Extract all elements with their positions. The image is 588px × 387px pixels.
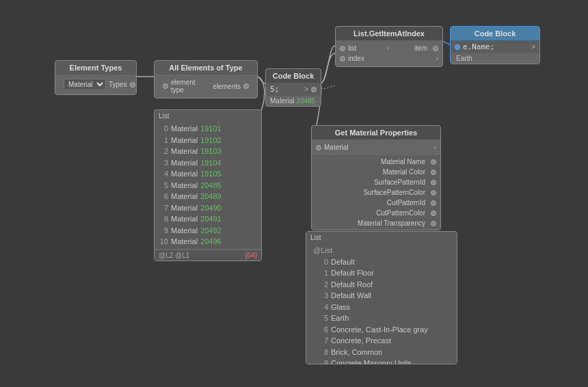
- elements-label: elements: [207, 83, 241, 90]
- list-item: 4 Material 19105: [159, 168, 257, 180]
- list-arrow: ›: [386, 44, 388, 52]
- element-types-node: Element Types Material Types: [55, 60, 137, 95]
- list-output-header: List: [155, 110, 261, 122]
- element-types-input-row: Material Types: [59, 77, 132, 92]
- types-out-port: [130, 82, 135, 88]
- code-top-in-port: [455, 44, 460, 50]
- index-in-port: [340, 56, 345, 62]
- list-port-label: list: [348, 44, 384, 52]
- code-block-small-title: Code Block: [273, 72, 315, 80]
- list-item: 1 Default Floor: [310, 267, 453, 279]
- all-elements-node: All Elements of Type element type elemen…: [154, 60, 258, 98]
- code-top-out: >: [531, 43, 535, 51]
- surface-pattern-id-row: SurfacePatternId: [312, 177, 440, 187]
- list-footer-left: @L2 @L1: [159, 252, 189, 259]
- list-footer: @L2 @L1 {64}: [155, 250, 261, 261]
- element-types-header: Element Types: [55, 61, 136, 75]
- material-value: 20485: [296, 97, 315, 105]
- item-out-label: item: [392, 44, 430, 52]
- list-items-container: 0 Material 19101 1 Material 19102 2 Mate…: [155, 122, 261, 249]
- code-small-text: 5;: [270, 85, 279, 94]
- mat-transparency-out: [431, 221, 436, 226]
- canvas: Element Types Material Types All Element…: [0, 0, 588, 387]
- mat-name-row: Material Name: [312, 157, 440, 167]
- cut-pattern-id-label: CutPatternId: [316, 199, 428, 206]
- mat-color-row: Material Color: [312, 167, 440, 177]
- code-block-small-header: Code Block: [266, 69, 321, 83]
- list-item: 2 Material 19103: [159, 146, 257, 157]
- element-type-label: element type: [171, 79, 204, 94]
- list-port-row: list › item: [336, 43, 442, 53]
- material-in-port: [316, 145, 321, 150]
- list-item: 7 Concrete, Precast: [310, 335, 453, 347]
- surface-pattern-id-label: SurfacePatternId: [316, 178, 428, 186]
- list2-items-container: @List 0 Default 1 Default Floor 2 Defaul…: [306, 243, 457, 364]
- list-item: 9 Material 20492: [159, 225, 257, 237]
- earth-value: Earth: [451, 53, 539, 64]
- list-item: 7 Material 20490: [159, 202, 257, 214]
- list-get-item-node: List.GetItemAtIndex list › item index ›: [335, 26, 443, 67]
- element-types-title: Element Types: [70, 64, 122, 72]
- list-item: @List: [310, 245, 453, 256]
- list-item: 3 Default Wall: [310, 290, 453, 302]
- material-arrow: ›: [434, 144, 436, 151]
- mat-name-out: [431, 159, 436, 165]
- code-small-out-port: [311, 87, 317, 92]
- mat-transparency-row: Material Transparency: [312, 218, 440, 228]
- cut-pattern-color-out: [431, 211, 436, 216]
- mat-color-label: Material Color: [316, 168, 428, 176]
- all-elements-row: element type elements: [159, 77, 253, 95]
- cut-pattern-color-label: CutPatternColor: [316, 209, 428, 217]
- list-item: 8 Material 20491: [159, 213, 257, 225]
- list-item: 4 Glass: [310, 302, 453, 313]
- get-material-node: Get Material Properties Material › Mater…: [311, 125, 441, 230]
- surface-pattern-color-label: SurfacePatternColor: [316, 189, 428, 196]
- material-in-row: Material ›: [312, 142, 440, 152]
- cut-pattern-id-row: CutPatternId: [312, 198, 440, 208]
- list-item: 10 Material 20496: [159, 236, 257, 248]
- cut-pattern-id-out: [431, 200, 436, 206]
- list-output-node: List 0 Material 19101 1 Material 19102 2…: [154, 109, 262, 261]
- list-item: 5 Earth: [310, 312, 453, 324]
- surface-pattern-color-out: [431, 190, 436, 196]
- list-item: 8 Brick, Common: [310, 347, 453, 358]
- code-small-material-row: Material 20485: [266, 96, 321, 106]
- types-port-label: Types: [109, 81, 127, 88]
- get-material-title: Get Material Properties: [335, 129, 417, 137]
- code-block-top-node: Code Block e.Name; > Earth: [450, 26, 540, 64]
- list-item: 3 Material 19104: [159, 157, 257, 169]
- index-port-row: index ›: [336, 53, 442, 64]
- mat-transparency-label: Material Transparency: [316, 219, 428, 227]
- list2-output-header: List: [306, 232, 457, 243]
- all-elements-title: All Elements of Type: [169, 64, 242, 72]
- all-elements-header: All Elements of Type: [155, 61, 257, 75]
- index-arrow: ›: [436, 55, 438, 62]
- list-in-port: [340, 46, 345, 51]
- list-output2-node: List @List 0 Default 1 Default Floor 2 D…: [306, 231, 457, 364]
- surface-pattern-id-out: [431, 180, 436, 185]
- list-item: 2 Default Roof: [310, 279, 453, 291]
- item-out-port: [433, 46, 438, 51]
- material-dropdown[interactable]: Material: [64, 79, 106, 90]
- index-port-label: index: [348, 55, 433, 62]
- list-footer-right: {64}: [245, 252, 257, 259]
- mat-color-out: [431, 170, 436, 175]
- list-get-item-header: List.GetItemAtIndex: [336, 27, 442, 40]
- code-block-top-header: Code Block: [451, 27, 539, 40]
- list-item: 6 Concrete, Cast-In-Place gray: [310, 324, 453, 336]
- list-item: 9 Concrete Masonry Units: [310, 358, 453, 364]
- surface-pattern-color-row: SurfacePatternColor: [312, 187, 440, 198]
- material-in-label: Material: [324, 144, 431, 151]
- code-block-small-node: Code Block 5; > Material 20485: [265, 68, 321, 107]
- code-block-top-title: Code Block: [475, 29, 516, 38]
- get-material-header: Get Material Properties: [312, 126, 440, 139]
- mat-name-label: Material Name: [316, 158, 428, 165]
- list-item: 5 Material 20485: [159, 180, 257, 191]
- elements-out-port: [243, 83, 249, 89]
- list-item: 6 Material 20489: [159, 191, 257, 202]
- list-get-item-title: List.GetItemAtIndex: [353, 29, 425, 38]
- code-top-text: e.Name;: [463, 42, 494, 51]
- list-item: 0 Default: [310, 256, 453, 268]
- code-small-out: >: [304, 85, 308, 93]
- earth-text: Earth: [456, 55, 472, 62]
